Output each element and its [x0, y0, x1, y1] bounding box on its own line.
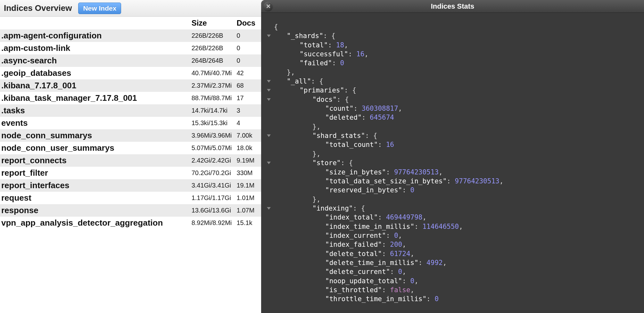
close-button[interactable]: ✕: [264, 2, 273, 11]
table-row[interactable]: report_filter70.2Gi/70.2Gi330M: [0, 167, 261, 179]
expand-toggle[interactable]: [267, 131, 272, 140]
chevron-down-icon: [267, 207, 271, 210]
json-token-k: "docs": [312, 96, 337, 103]
table-row[interactable]: .kibana_task_manager_7.17.8_00188.7Mi/88…: [0, 92, 261, 104]
index-name[interactable]: response: [0, 204, 190, 217]
expand-toggle[interactable]: [267, 77, 272, 86]
json-line: "primaries": {: [274, 86, 638, 95]
indices-table: Size Docs .apm-agent-configuration226B/2…: [0, 17, 261, 229]
expand-toggle[interactable]: [267, 204, 272, 213]
json-token-punc: ,: [402, 241, 406, 248]
index-name[interactable]: request: [0, 192, 190, 204]
table-row[interactable]: events15.3ki/15.3ki4: [0, 117, 261, 129]
new-index-button[interactable]: New Index: [78, 3, 121, 14]
json-token-punc: },: [312, 150, 320, 158]
json-line: "total_count": 16: [274, 140, 638, 149]
index-docs: 330M: [235, 167, 261, 179]
json-token-punc: :: [382, 241, 390, 248]
json-token-punc: ,: [398, 232, 402, 239]
json-token-punc: ,: [443, 259, 447, 267]
json-line: "index_current": 0,: [274, 231, 638, 240]
json-token-punc: : {: [344, 86, 356, 94]
json-token-punc: :: [390, 268, 398, 276]
table-row[interactable]: response13.6Gi/13.6Gi1.07M: [0, 204, 261, 217]
stats-panel-title: Indices Stats: [431, 2, 475, 11]
table-row[interactable]: node_conn_summarys3.96Mi/3.96Mi7.00k: [0, 129, 261, 142]
json-token-punc: ,: [500, 177, 504, 185]
expand-toggle[interactable]: [267, 158, 272, 167]
index-name[interactable]: .async-search: [0, 54, 190, 67]
json-line: "shard_stats": {: [274, 131, 638, 140]
index-name[interactable]: .apm-agent-configuration: [0, 29, 190, 42]
json-token-punc: ,: [398, 105, 402, 112]
index-docs: 15.1k: [235, 217, 261, 229]
index-name[interactable]: node_conn_summarys: [0, 129, 190, 142]
chevron-down-icon: [267, 35, 271, 37]
index-name[interactable]: .geoip_databases: [0, 67, 190, 79]
index-size: 14.7ki/14.7ki: [190, 104, 235, 117]
json-token-k: "size_in_bytes": [325, 168, 386, 176]
table-row[interactable]: report_interfaces3.41Gi/3.41Gi19.1M: [0, 179, 261, 192]
index-name[interactable]: .tasks: [0, 104, 190, 117]
json-token-num: 200: [390, 241, 402, 248]
table-row[interactable]: .apm-custom-link226B/226B0: [0, 42, 261, 54]
json-line: "delete_time_in_millis": 4992,: [274, 258, 638, 267]
chevron-down-icon: [267, 134, 271, 137]
index-docs: 1.07M: [235, 204, 261, 217]
json-token-k: "successful": [300, 50, 348, 58]
json-line: "is_throttled": false,: [274, 285, 638, 294]
table-row[interactable]: request1.17Gi/1.17Gi1.01M: [0, 192, 261, 204]
json-token-num: 114646550: [422, 223, 459, 230]
index-docs: 1.01M: [235, 192, 261, 204]
json-token-punc: :: [378, 141, 386, 148]
json-token-k: "throttle_time_in_millis": [325, 295, 426, 303]
index-name[interactable]: vpn_app_analysis_detector_aggregation: [0, 217, 190, 229]
table-row[interactable]: .kibana_7.17.8_0012.37Mi/2.37Mi68: [0, 79, 261, 92]
json-token-punc: ,: [410, 250, 415, 258]
json-token-punc: },: [312, 196, 320, 203]
table-row[interactable]: .async-search264B/264B0: [0, 54, 261, 67]
json-token-k: "deleted": [325, 114, 362, 121]
json-token-num: 97764230513: [394, 168, 439, 176]
json-token-punc: :: [386, 232, 394, 239]
json-token-punc: :: [426, 295, 434, 303]
index-name[interactable]: report_connects: [0, 154, 190, 167]
col-header-size[interactable]: Size: [190, 17, 235, 29]
json-tree-view[interactable]: {"_shards": {"total": 18,"successful": 1…: [261, 13, 644, 313]
json-token-punc: ,: [402, 268, 406, 276]
expand-toggle[interactable]: [267, 95, 272, 104]
json-token-num: 16: [356, 50, 364, 58]
json-token-k: "delete_current": [325, 268, 390, 276]
json-line: "delete_current": 0,: [274, 267, 638, 276]
table-row[interactable]: report_connects2.42Gi/2.42Gi9.19M: [0, 154, 261, 167]
index-name[interactable]: events: [0, 117, 190, 129]
expand-toggle[interactable]: [267, 31, 272, 40]
json-token-punc: :: [382, 286, 390, 294]
json-line: "index_time_in_millis": 114646550,: [274, 222, 638, 231]
json-token-k: "index_current": [325, 232, 386, 239]
index-name[interactable]: .kibana_7.17.8_001: [0, 79, 190, 92]
json-token-punc: : {: [323, 32, 335, 40]
index-size: 40.7Mi/40.7Mi: [190, 67, 235, 79]
json-token-punc: :: [362, 114, 370, 121]
table-row[interactable]: .tasks14.7ki/14.7ki3: [0, 104, 261, 117]
table-row[interactable]: node_conn_user_summarys5.07Mi/5.07Mi18.0…: [0, 142, 261, 154]
index-name[interactable]: report_interfaces: [0, 179, 190, 192]
json-token-punc: ,: [422, 213, 426, 221]
json-line: "_shards": {: [274, 31, 638, 40]
index-size: 88.7Mi/88.7Mi: [190, 92, 235, 104]
index-name[interactable]: report_filter: [0, 167, 190, 179]
index-size: 226B/226B: [190, 29, 235, 42]
index-name[interactable]: .apm-custom-link: [0, 42, 190, 54]
table-row[interactable]: .geoip_databases40.7Mi/40.7Mi42: [0, 67, 261, 79]
table-row[interactable]: vpn_app_analysis_detector_aggregation8.9…: [0, 217, 261, 229]
json-line: "indexing": {: [274, 204, 638, 213]
expand-toggle[interactable]: [267, 86, 272, 95]
index-name[interactable]: node_conn_user_summarys: [0, 142, 190, 154]
indices-stats-panel: ✕ Indices Stats {"_shards": {"total": 18…: [261, 0, 644, 313]
table-row[interactable]: .apm-agent-configuration226B/226B0: [0, 29, 261, 42]
index-size: 2.42Gi/2.42Gi: [190, 154, 235, 167]
json-token-k: "is_throttled": [325, 286, 382, 294]
index-name[interactable]: .kibana_task_manager_7.17.8_001: [0, 92, 190, 104]
col-header-docs[interactable]: Docs: [235, 17, 261, 29]
